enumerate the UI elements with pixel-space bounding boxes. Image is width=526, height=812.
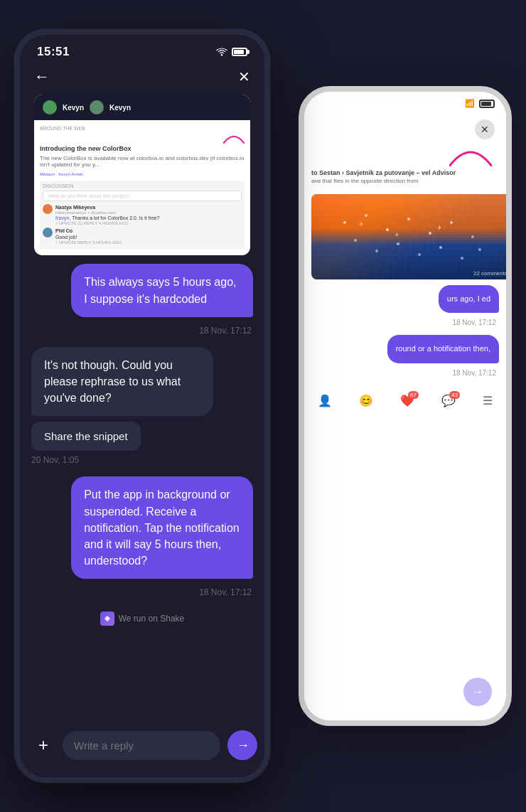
- ss-avatar-1: [43, 100, 57, 114]
- status-time: 15:51: [37, 45, 70, 59]
- svg-point-12: [461, 257, 463, 260]
- svg-point-17: [221, 54, 222, 55]
- svg-point-4: [429, 232, 431, 235]
- chat-area: This always says 5 hours ago, I suppose …: [20, 264, 264, 722]
- timestamp-3: 18 Nov, 17:12: [31, 587, 253, 597]
- reply-input[interactable]: [63, 731, 220, 760]
- close-button[interactable]: ✕: [238, 68, 250, 85]
- ss-avatar-comment2: [43, 228, 53, 237]
- snippet-button[interactable]: Share the snippet: [31, 422, 141, 451]
- ss-article-subtitle: The new ColorBox is available now at col…: [40, 155, 245, 168]
- input-bar: + →: [20, 722, 264, 777]
- wifi-icon: [216, 48, 227, 56]
- screenshot-preview: Kevyn Kevyn AROUND THE WEB Int: [34, 95, 250, 255]
- battery-icon: [232, 48, 247, 56]
- scene: 📶 ✕ to Sestan › Savjetnik za putovanje –: [0, 0, 526, 812]
- ss-avatar-comment1: [43, 204, 53, 214]
- svg-point-6: [471, 235, 474, 238]
- bg-timestamp-2: 18 Nov, 17:12: [311, 369, 499, 377]
- svg-text:✈: ✈: [359, 221, 364, 228]
- ss-comment1-name: Nastya Mikeyeva: [55, 204, 160, 210]
- ss-comment-1: Nastya Mikeyeva mikeyevanastya > @yahoo.…: [43, 204, 242, 225]
- send-button[interactable]: →: [227, 730, 257, 760]
- svg-point-1: [365, 214, 367, 217]
- svg-text:✈: ✈: [394, 232, 399, 238]
- ss-discussion: DISCUSSION What do you think about this …: [40, 181, 245, 250]
- bg-close-button[interactable]: ✕: [475, 119, 495, 139]
- svg-point-2: [386, 228, 389, 231]
- bg-timestamp-1: 18 Nov, 17:12: [311, 319, 499, 326]
- svg-point-11: [439, 246, 442, 249]
- ss-comment2-text: Good job!: [55, 234, 122, 240]
- status-bar: 15:51: [20, 35, 264, 65]
- shake-logo: [100, 611, 114, 626]
- ss-comment-2: Phil Co Good job! ↑ UPVOTE REPLY 3 HOURS…: [43, 228, 242, 245]
- ss-discussion-input: What do you think about this product...: [43, 191, 242, 201]
- message-received-group: It's not though. Could you please rephra…: [31, 347, 213, 452]
- message-sent-2: Put the app in background or suspended. …: [71, 476, 253, 579]
- bg-map-image: ✈ ✈ ✈ 22 comments: [311, 194, 506, 279]
- svg-point-0: [343, 221, 346, 224]
- bg-send-button[interactable]: →: [463, 678, 492, 706]
- ss-comment1-meta: ↑ UPVOTE (1) REPLY 4 HOURS AGO: [55, 221, 160, 225]
- ss-header: Kevyn Kevyn: [34, 95, 250, 120]
- ss-section-label: AROUND THE WEB: [40, 126, 245, 131]
- svg-point-13: [478, 248, 481, 251]
- ss-user1: Kevyn: [63, 104, 84, 112]
- message-received-1: It's not though. Could you please rephra…: [31, 347, 213, 417]
- bg-status-icons: 👤 😊 ❤️ 67 💬 43 ☰: [304, 388, 506, 413]
- timestamp-2: 20 Nov, 1:05: [31, 455, 253, 465]
- bg-phone-header: ✕: [304, 111, 506, 145]
- ss-discussion-label: DISCUSSION: [43, 183, 242, 188]
- svg-point-5: [450, 221, 453, 224]
- svg-point-10: [418, 253, 421, 256]
- svg-point-7: [354, 239, 357, 242]
- bg-bubble-1: urs ago, I ed: [439, 285, 499, 313]
- ss-comment2-name: Phil Co: [55, 228, 122, 234]
- shake-notice: We run on Shake: [31, 611, 253, 626]
- send-arrow-icon: →: [237, 738, 249, 753]
- ss-user2: Kevyn: [109, 104, 131, 112]
- ss-body: AROUND THE WEB Introducing the new Color…: [34, 120, 250, 255]
- bg-bubble-2: round or a hotification then,: [387, 335, 499, 363]
- message-sent-1: This always says 5 hours ago, I suppose …: [71, 264, 253, 316]
- ss-comment2-meta: ↑ UPVOTE REPLY 3 HOURS AGO: [55, 240, 122, 245]
- shake-text: We run on Shake: [119, 614, 185, 624]
- svg-point-3: [407, 218, 410, 220]
- timestamp-1: 18 Nov, 17:12: [31, 326, 253, 336]
- main-phone: 15:51 ←: [14, 29, 270, 783]
- nav-header: ← ✕: [20, 65, 264, 95]
- add-button[interactable]: +: [31, 733, 55, 757]
- ss-article-title: Introducing the new ColorBox: [40, 145, 245, 152]
- ss-source: Medium · Kevyn Arnett: [40, 172, 245, 176]
- status-icons: [216, 48, 247, 56]
- ss-avatar-2: [90, 100, 104, 114]
- svg-text:✈: ✈: [437, 225, 442, 231]
- background-phone: 📶 ✕ to Sestan › Savjetnik za putovanje –: [299, 86, 512, 726]
- svg-point-9: [397, 242, 399, 245]
- svg-point-8: [375, 250, 378, 252]
- back-button[interactable]: ←: [34, 68, 50, 86]
- ss-comment1-text: Kevyn, Thanks a lot for ColorBox 2.0. Is…: [55, 215, 160, 221]
